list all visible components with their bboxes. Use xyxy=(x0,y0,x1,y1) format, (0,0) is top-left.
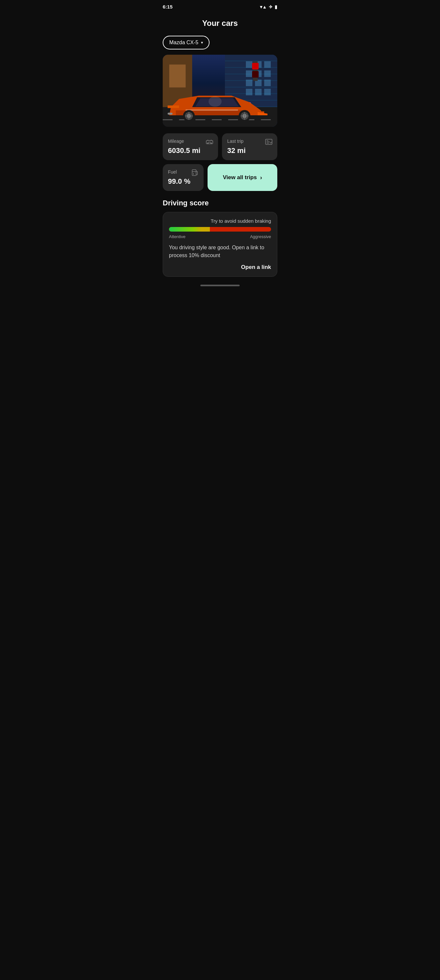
page-title: Your cars xyxy=(156,12,284,36)
score-label-attentive: Attentive xyxy=(169,234,186,239)
view-trips-label: View all trips xyxy=(223,174,257,181)
score-bar-fill xyxy=(169,227,210,232)
last-trip-icon xyxy=(265,138,273,147)
status-bar: 6:15 ▾▲ ✈ ▮ xyxy=(156,0,284,12)
window xyxy=(264,80,271,86)
bottom-row: Fuel 99.0 % View all trips › xyxy=(163,164,277,191)
wifi-icon: ▾▲ xyxy=(260,4,267,10)
score-hint: Try to avoid sudden braking xyxy=(169,218,271,224)
driving-score-title: Driving score xyxy=(163,199,277,207)
svg-rect-7 xyxy=(186,110,238,111)
score-bar-container xyxy=(169,227,271,232)
view-trips-button[interactable]: View all trips › xyxy=(208,164,277,191)
open-link-button[interactable]: Open a link xyxy=(169,264,271,270)
stats-grid: Mileage 6030.5 mi Last trip 32 mi xyxy=(163,133,277,160)
fuel-card: Fuel 99.0 % xyxy=(163,164,203,191)
last-trip-card: Last trip 32 mi xyxy=(222,133,277,160)
car-svg xyxy=(166,92,267,122)
car-selector-button[interactable]: Mazda CX-5 ▾ xyxy=(163,36,210,49)
score-label-aggressive: Aggressive xyxy=(250,234,271,239)
window xyxy=(246,80,253,86)
mileage-icon xyxy=(206,138,213,147)
score-description: You driving style are good. Open a link … xyxy=(169,244,271,259)
mileage-value: 6030.5 mi xyxy=(168,146,213,155)
svg-point-22 xyxy=(207,143,208,144)
window xyxy=(264,70,271,77)
score-labels: Attentive Aggressive xyxy=(169,234,271,239)
mileage-card: Mileage 6030.5 mi xyxy=(163,133,218,160)
battery-icon: ▮ xyxy=(275,4,277,10)
view-trips-arrow-icon: › xyxy=(260,174,262,181)
traffic-light xyxy=(253,61,257,81)
window xyxy=(246,61,253,68)
car-image xyxy=(163,55,277,127)
pixel-car xyxy=(166,92,267,122)
svg-rect-18 xyxy=(168,113,173,115)
fuel-icon xyxy=(191,169,199,178)
window xyxy=(264,61,271,68)
last-trip-value: 32 mi xyxy=(227,146,272,155)
svg-point-20 xyxy=(208,96,222,107)
score-card: Try to avoid sudden braking Attentive Ag… xyxy=(163,212,277,277)
time: 6:15 xyxy=(163,4,173,10)
home-indicator xyxy=(200,285,240,286)
svg-point-23 xyxy=(211,143,212,144)
airplane-icon: ✈ xyxy=(269,4,273,10)
svg-rect-25 xyxy=(192,170,196,175)
driving-score-section: Driving score Try to avoid sudden brakin… xyxy=(163,199,277,277)
fuel-value: 99.0 % xyxy=(168,177,199,186)
chevron-down-icon: ▾ xyxy=(201,40,203,45)
car-selector: Mazda CX-5 ▾ xyxy=(163,36,277,49)
status-icons: ▾▲ ✈ ▮ xyxy=(260,4,277,10)
svg-rect-5 xyxy=(168,105,179,108)
window xyxy=(246,70,253,77)
car-name: Mazda CX-5 xyxy=(169,40,199,46)
car-scene xyxy=(163,55,277,127)
